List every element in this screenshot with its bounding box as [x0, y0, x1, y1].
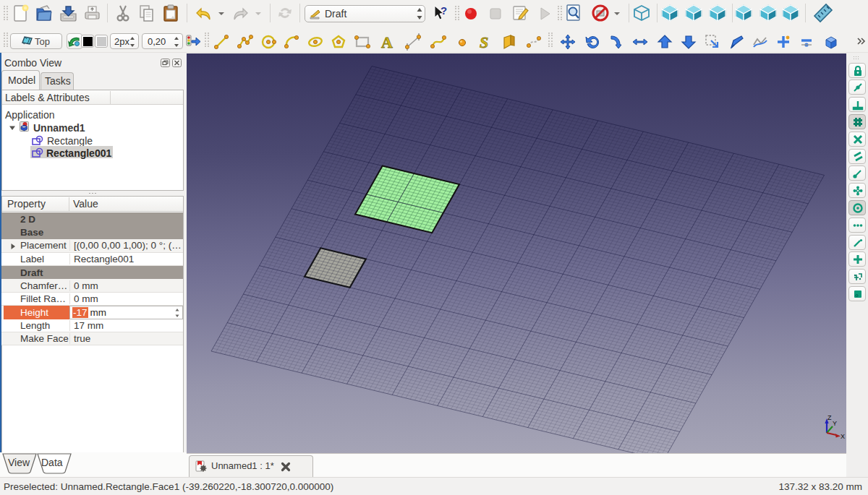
svg-text:Z: Z	[827, 414, 832, 421]
svg-text:X: X	[841, 433, 845, 440]
svg-text:?: ?	[441, 4, 447, 17]
svg-text:S: S	[480, 33, 488, 51]
svg-text:Y: Y	[833, 420, 837, 427]
svg-text:A: A	[381, 33, 393, 51]
